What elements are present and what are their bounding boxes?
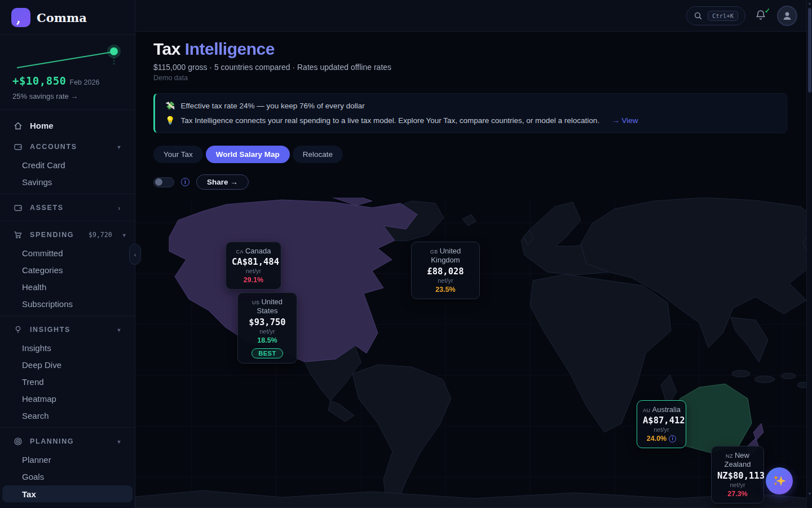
country-card-australia[interactable]: AUAustralia A$87,412 net/yr 24.0%i	[637, 400, 686, 448]
caret-down-icon: ▾	[123, 232, 127, 238]
check-icon: ✓	[765, 7, 770, 15]
tax-rate: 18.5%	[257, 336, 277, 344]
banner-line-2: 💡 Tax Intelligence connects your real sp…	[165, 116, 776, 125]
caret-down-icon: ▾	[117, 439, 121, 445]
tab-relocate[interactable]: Relocate	[293, 146, 343, 163]
page-title: Tax Intelligence	[153, 40, 794, 59]
chevron-right-icon: ›	[118, 204, 121, 212]
info-icon[interactable]: i	[669, 435, 676, 443]
sidebar-item-planner[interactable]: Planner	[0, 451, 135, 468]
net-salary: CA$81,484	[232, 257, 275, 267]
search-icon	[694, 11, 703, 20]
top-bar: Ctrl+K ✓	[135, 0, 812, 32]
lightbulb-emoji-icon: 💡	[165, 116, 175, 125]
sidebar-item-deep-dive[interactable]: Deep Dive	[0, 356, 135, 373]
sidebar-nav: Home ACCOUNTS ▾ Credit Card Savings ASSE…	[0, 110, 135, 508]
net-salary: A$87,412	[643, 415, 680, 426]
sidebar-item-tax[interactable]: Tax	[2, 485, 133, 502]
best-badge: BEST	[251, 348, 283, 358]
cart-icon	[14, 230, 23, 239]
sidebar-item-insights[interactable]: Insights	[0, 339, 135, 356]
sidebar-item-health[interactable]: Health	[0, 278, 135, 295]
page-scrollbar[interactable]: ▲ ▼	[806, 0, 812, 508]
tab-bar: Your Tax World Salary Map Relocate	[153, 146, 794, 163]
country-card-united-kingdom[interactable]: GBUnited Kingdom £88,028 net/yr 23.5%	[411, 242, 480, 299]
wallet-icon	[14, 203, 23, 212]
page-subtitle: $115,000 gross · 5 countries compared · …	[153, 63, 794, 72]
country-card-new-zealand[interactable]: NZNew Zealand NZ$80,113 net/yr 27.3%	[711, 446, 764, 503]
lightbulb-icon	[14, 325, 23, 334]
country-card-united-states[interactable]: USUnited States $93,750 net/yr 18.5% BES…	[237, 292, 297, 364]
caret-down-icon: ▾	[117, 327, 121, 333]
assistant-fab-button[interactable]	[766, 467, 793, 494]
sidebar-item-categories[interactable]: Categories	[0, 261, 135, 278]
sidebar-section-insights[interactable]: INSIGHTS ▾	[0, 319, 135, 339]
toggle-knob	[155, 178, 162, 186]
sidebar-item-committed[interactable]: Committed	[0, 244, 135, 261]
sidebar-item-search[interactable]: Search	[0, 407, 135, 424]
net-salary: NZ$80,113	[717, 471, 758, 481]
country-card-canada[interactable]: CACanada CA$81,484 net/yr 29.1%	[226, 242, 281, 290]
target-icon	[14, 437, 23, 446]
search-button[interactable]: Ctrl+K	[686, 6, 745, 25]
sidebar-item-fire[interactable]: FIRE	[0, 503, 135, 508]
page-header: Tax Intelligence $115,000 gross · 5 coun…	[135, 32, 812, 82]
savings-date: Feb 2026	[70, 78, 100, 86]
map-controls: i Share →	[153, 174, 794, 190]
tax-rate: 29.1%	[244, 276, 263, 284]
tab-world-salary-map[interactable]: World Salary Map	[206, 146, 290, 163]
sidebar-item-trend[interactable]: Trend	[0, 373, 135, 390]
sidebar-section-planning[interactable]: PLANNING ▾	[0, 431, 135, 451]
savings-rate-note[interactable]: 25% savings rate →	[12, 92, 122, 100]
share-button[interactable]: Share →	[196, 174, 249, 190]
main-content: Tax Intelligence $115,000 gross · 5 coun…	[135, 32, 812, 508]
sidebar-item-label: Home	[30, 121, 54, 130]
user-icon	[782, 10, 793, 21]
avatar[interactable]	[777, 6, 797, 26]
divider	[0, 194, 135, 194]
demo-data-note: Demo data	[153, 74, 794, 82]
sidebar-item-subscriptions[interactable]: Subscriptions	[0, 295, 135, 312]
savings-sparkline-widget[interactable]: +$10,850Feb 2026 25% savings rate →	[0, 35, 135, 110]
wallet-icon	[14, 142, 23, 151]
brand-name: Comma	[37, 11, 87, 25]
money-wings-icon: 💸	[165, 101, 175, 110]
net-salary: £88,028	[417, 266, 474, 277]
tax-rate: 27.3%	[727, 490, 747, 498]
tab-your-tax[interactable]: Your Tax	[153, 146, 203, 163]
sidebar-item-credit-card[interactable]: Credit Card	[0, 156, 135, 173]
banner-line-1: 💸 Effective tax rate 24% — you keep 76% …	[165, 101, 776, 110]
comma-logo-icon: ,	[11, 8, 30, 27]
sidebar-item-heatmap[interactable]: Heatmap	[0, 390, 135, 407]
sidebar-section-accounts[interactable]: ACCOUNTS ▾	[0, 137, 135, 156]
sparkles-icon	[772, 474, 787, 488]
insight-banner: 💸 Effective tax rate 24% — you keep 76% …	[153, 93, 787, 133]
tax-rate: 24.0%i	[647, 435, 676, 443]
scrollbar-thumb[interactable]	[808, 8, 811, 93]
sidebar-collapse-button[interactable]: ‹	[129, 244, 141, 265]
info-icon[interactable]: i	[181, 178, 189, 186]
scrollbar-up-arrow[interactable]: ▲	[808, 1, 812, 5]
sidebar-item-savings[interactable]: Savings	[0, 173, 135, 190]
map-toggle[interactable]	[153, 177, 174, 187]
sidebar-section-assets[interactable]: ASSETS ›	[0, 198, 135, 217]
search-shortcut: Ctrl+K	[708, 11, 738, 21]
tax-rate: 23.5%	[435, 286, 455, 294]
brand[interactable]: , Comma	[0, 0, 135, 35]
divider	[0, 316, 135, 316]
caret-down-icon: ▾	[117, 144, 121, 150]
savings-delta: +$10,850	[12, 75, 67, 87]
sparkline-chart-icon	[12, 43, 123, 72]
sidebar: , Comma +$10,850Feb 2026 25% savings rat…	[0, 0, 135, 508]
divider	[0, 221, 135, 221]
sidebar-section-spending[interactable]: SPENDING $9,720 ▾	[0, 225, 135, 244]
sidebar-item-home[interactable]: Home	[0, 115, 135, 137]
home-icon	[14, 121, 23, 130]
notifications-button[interactable]: ✓	[754, 9, 768, 23]
chevron-left-icon: ‹	[134, 251, 136, 258]
net-salary: $93,750	[244, 317, 291, 327]
sidebar-item-goals[interactable]: Goals	[0, 468, 135, 485]
spending-amount: $9,720	[89, 231, 112, 239]
scrollbar-down-arrow[interactable]: ▼	[808, 492, 812, 496]
view-link[interactable]: → View	[612, 116, 638, 125]
